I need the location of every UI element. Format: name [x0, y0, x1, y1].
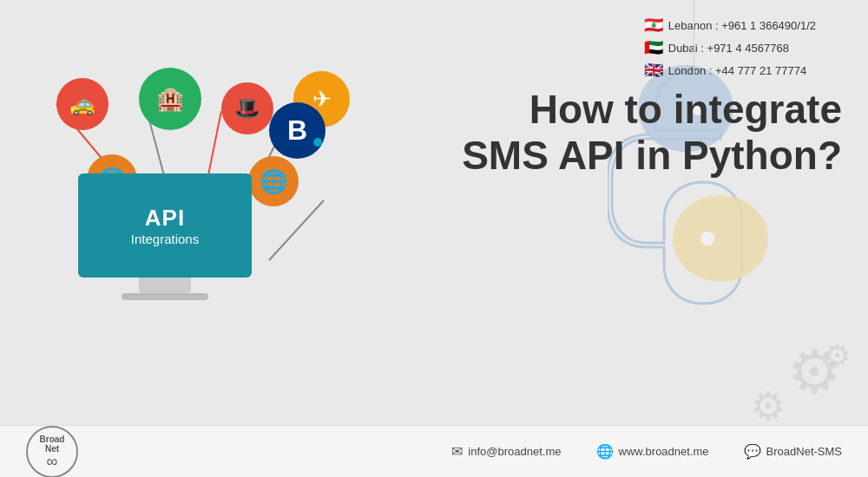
footer-website: 🌐 www.broadnet.me [596, 443, 709, 460]
footer-email: ✉ info@broadnet.me [451, 443, 561, 460]
footer-social: 💬 BroadNet-SMS [744, 443, 842, 460]
email-icon: ✉ [451, 443, 463, 460]
footer-contacts: ✉ info@broadnet.me 🌐 www.broadnet.me 💬 B… [451, 443, 842, 460]
globe-icon: 🌐 [596, 443, 614, 460]
contact-info: 🇱🇧 Lebanon : +961 1 366490/1/2 🇦🇪 Dubai … [644, 16, 816, 80]
dubai-contact: 🇦🇪 Dubai : +971 4 4567768 [644, 38, 816, 57]
website-text: www.broadnet.me [619, 445, 709, 458]
london-number: London : +44 777 21 77774 [668, 64, 806, 77]
social-text: BroadNet-SMS [766, 445, 842, 458]
monitor: API Integrations [78, 173, 252, 312]
logo-name: BroadNet [40, 435, 65, 454]
svg-point-3 [700, 232, 714, 245]
logo-area: BroadNet ∞ [26, 426, 78, 478]
b-bubble: B [269, 102, 326, 159]
monitor-base [122, 293, 208, 300]
title-line-1: How to integrate [451, 87, 842, 133]
travel-bubble: 🎩 [221, 82, 273, 134]
main-title: How to integrate SMS API in Python? [451, 87, 842, 179]
monitor-screen: API Integrations [78, 173, 252, 278]
gear-icon-2: ⚙ [751, 383, 786, 429]
api-text: API [145, 205, 185, 232]
gear-icon-3: ⚙ [824, 338, 851, 373]
hotel-bubble: 🏨 [139, 68, 201, 130]
london-flag-icon: 🇬🇧 [644, 61, 663, 80]
title-line-2: SMS API in Python? [451, 133, 842, 179]
main-container: ⚙ ⚙ ⚙ 🇱🇧 Lebanon : +961 1 366490/1/2 🇦🇪 … [0, 0, 868, 477]
lebanon-contact: 🇱🇧 Lebanon : +961 1 366490/1/2 [644, 16, 816, 35]
taxi-bubble: 🚕 [56, 78, 108, 130]
globe-bubble-2: 🌐 [248, 156, 299, 206]
svg-line-10 [269, 200, 324, 260]
main-title-area: How to integrate SMS API in Python? [451, 87, 842, 179]
infinity-icon: ∞ [47, 454, 58, 469]
london-contact: 🇬🇧 London : +44 777 21 77774 [644, 61, 816, 80]
integrations-text: Integrations [131, 232, 199, 246]
b-dot [313, 138, 322, 147]
dubai-flag-icon: 🇦🇪 [644, 38, 663, 57]
svg-point-1 [673, 195, 768, 282]
lebanon-flag-icon: 🇱🇧 [644, 16, 663, 35]
vertical-divider [694, 0, 694, 78]
monitor-stand [139, 278, 191, 293]
social-icon: 💬 [744, 443, 761, 460]
logo-circle: BroadNet ∞ [26, 426, 78, 478]
lebanon-number: Lebanon : +961 1 366490/1/2 [668, 19, 816, 32]
footer-bar: BroadNet ∞ ✉ info@broadnet.me 🌐 www.broa… [0, 425, 868, 477]
dubai-number: Dubai : +971 4 4567768 [668, 42, 789, 55]
email-text: info@broadnet.me [468, 445, 561, 458]
